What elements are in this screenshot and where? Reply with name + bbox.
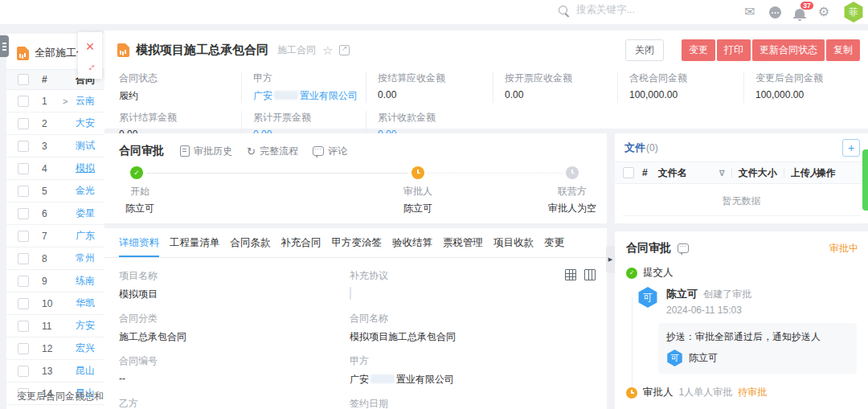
contract-link[interactable]: 练南 bbox=[76, 274, 95, 288]
search-input[interactable] bbox=[575, 3, 698, 16]
tab[interactable]: 甲方变洽签 bbox=[332, 228, 383, 257]
timestamp: 2024-06-11 15:03 bbox=[666, 305, 751, 316]
contract-link[interactable]: 金光 bbox=[76, 184, 95, 198]
approval-history-link[interactable]: 审批历史 bbox=[180, 145, 232, 158]
table-row[interactable]: 5 金光 bbox=[6, 180, 104, 202]
contract-summary: 合同状态 履约 甲方 广安置业有限公司 按结算应收金额 0.00 按开票应收金额… bbox=[104, 61, 868, 140]
expand-icon[interactable] bbox=[83, 59, 97, 73]
avatar: 可 bbox=[637, 287, 658, 308]
comment-icon bbox=[313, 146, 324, 156]
column-view-icon[interactable] bbox=[584, 269, 596, 280]
action-button[interactable]: 打印 bbox=[717, 39, 751, 61]
mail-icon[interactable] bbox=[744, 6, 755, 18]
comment-icon[interactable] bbox=[678, 243, 689, 253]
contract-link[interactable]: 常州 bbox=[76, 252, 95, 265]
row-checkbox[interactable] bbox=[18, 253, 29, 264]
page-title: 模拟项目施工总承包合同 bbox=[136, 43, 268, 58]
table-row[interactable]: 6 娄星 bbox=[6, 202, 104, 225]
close-button[interactable]: 关闭 bbox=[625, 39, 664, 61]
list-total-label: 变更后合同金额总和: bbox=[17, 390, 104, 403]
close-icon[interactable] bbox=[86, 39, 95, 54]
row-number: 10 bbox=[42, 298, 63, 309]
contract-link[interactable]: 昆山 bbox=[76, 364, 95, 378]
table-row[interactable]: 12 宏兴 bbox=[6, 337, 104, 360]
tab[interactable]: 详细资料 bbox=[119, 228, 159, 257]
tab[interactable]: 变更 bbox=[544, 228, 564, 257]
detail-form: 项目名称 模拟项目 补充协议 合同分类 施工总承包合同 合同名称 模拟项目施工总… bbox=[104, 258, 607, 409]
tab[interactable]: 补充合同 bbox=[281, 228, 321, 257]
row-checkbox[interactable] bbox=[18, 118, 29, 129]
files-select-all-checkbox[interactable] bbox=[623, 167, 634, 178]
step-done-icon bbox=[130, 166, 143, 179]
chat-icon[interactable] bbox=[769, 6, 781, 18]
table-row[interactable]: 2 大安 bbox=[6, 112, 104, 135]
table-row[interactable]: 8 常州 bbox=[6, 247, 104, 270]
contract-link[interactable]: 模拟 bbox=[76, 162, 95, 175]
tab[interactable]: 工程量清单 bbox=[170, 228, 220, 257]
select-all-checkbox[interactable] bbox=[18, 74, 29, 85]
tab[interactable]: 合同条款 bbox=[231, 228, 271, 257]
contract-type-tag: 施工合同 bbox=[277, 43, 316, 57]
field-amount-with-tax: 含税合同金额 100,000.00 bbox=[617, 72, 743, 103]
row-number: 2 bbox=[42, 118, 63, 129]
table-row[interactable]: 13 昆山 bbox=[6, 360, 104, 382]
action-button[interactable]: 更新合同状态 bbox=[752, 39, 825, 61]
expand-icon[interactable] bbox=[63, 96, 76, 106]
tab[interactable]: 票税管理 bbox=[443, 228, 483, 257]
external-link-icon[interactable] bbox=[339, 45, 350, 55]
table-row[interactable]: 7 广东 bbox=[6, 225, 104, 247]
action-button[interactable]: 复制 bbox=[826, 39, 860, 61]
contract-link[interactable]: 广东 bbox=[76, 229, 95, 243]
files-title: 文件 bbox=[624, 141, 645, 155]
row-checkbox[interactable] bbox=[18, 186, 29, 197]
row-checkbox[interactable] bbox=[18, 298, 29, 309]
contract-link[interactable]: 测试 bbox=[76, 139, 95, 153]
row-checkbox[interactable] bbox=[18, 141, 29, 152]
table-row[interactable]: 9 练南 bbox=[6, 270, 104, 292]
search-icon bbox=[559, 6, 567, 14]
collapse-handle[interactable] bbox=[606, 246, 615, 273]
filter-icon[interactable] bbox=[719, 169, 725, 178]
contract-link[interactable]: 方安 bbox=[76, 319, 95, 333]
bell-icon[interactable]: 37 bbox=[795, 9, 805, 18]
row-checkbox[interactable] bbox=[18, 276, 29, 287]
table-row[interactable]: 3 测试 bbox=[6, 135, 104, 157]
row-checkbox[interactable] bbox=[18, 231, 29, 242]
contract-link[interactable]: 云南 bbox=[76, 94, 95, 108]
tab[interactable]: 验收结算 bbox=[392, 228, 432, 257]
row-checkbox[interactable] bbox=[18, 366, 29, 377]
contract-link[interactable]: 娄星 bbox=[76, 207, 95, 220]
global-search[interactable] bbox=[559, 3, 698, 16]
tab[interactable]: 项目收款 bbox=[493, 228, 534, 257]
favorite-star-icon[interactable] bbox=[322, 44, 333, 56]
action-button[interactable]: 变更 bbox=[682, 39, 715, 61]
project-link[interactable]: 模拟项目 bbox=[119, 288, 350, 301]
table-row[interactable]: 1 云南 bbox=[6, 90, 104, 112]
table-row[interactable]: 11 方安 bbox=[6, 315, 104, 337]
row-checkbox[interactable] bbox=[18, 343, 29, 354]
contract-header-card: 模拟项目施工总承包合同 施工合同 关闭 变更 打印 更新合同状态 复制 合同状态… bbox=[104, 31, 868, 129]
row-checkbox[interactable] bbox=[18, 208, 29, 219]
contract-link[interactable]: 宏兴 bbox=[76, 342, 95, 355]
row-number: 6 bbox=[42, 208, 63, 219]
gear-icon[interactable] bbox=[818, 6, 829, 18]
row-number: 7 bbox=[42, 231, 63, 242]
party-a-link[interactable]: 广安置业有限公司 bbox=[253, 89, 366, 103]
full-process-link[interactable]: 完整流程 bbox=[247, 145, 298, 158]
cc-note-box: 抄送：审批全部通过后，通知抄送人 可 陈立可 bbox=[658, 323, 857, 374]
row-checkbox[interactable] bbox=[18, 96, 29, 107]
add-file-button[interactable]: + bbox=[842, 139, 860, 157]
row-checkbox[interactable] bbox=[18, 163, 29, 174]
table-row[interactable]: 4 模拟 bbox=[6, 157, 104, 180]
table-view-icon[interactable] bbox=[565, 269, 576, 280]
party-a-link[interactable]: 广安置业有限公司 bbox=[350, 373, 592, 387]
collapsed-menu-handle[interactable] bbox=[0, 35, 9, 57]
comment-link[interactable]: 评论 bbox=[313, 145, 347, 158]
status-badge: 审批中 bbox=[829, 242, 858, 256]
contract-link[interactable]: 华凯 bbox=[76, 297, 95, 310]
scrollbar-thumb[interactable] bbox=[862, 149, 868, 211]
row-checkbox[interactable] bbox=[18, 321, 29, 332]
table-row[interactable]: 10 华凯 bbox=[6, 292, 104, 315]
user-avatar[interactable]: 菲 bbox=[843, 2, 864, 22]
contract-link[interactable]: 大安 bbox=[76, 117, 95, 130]
